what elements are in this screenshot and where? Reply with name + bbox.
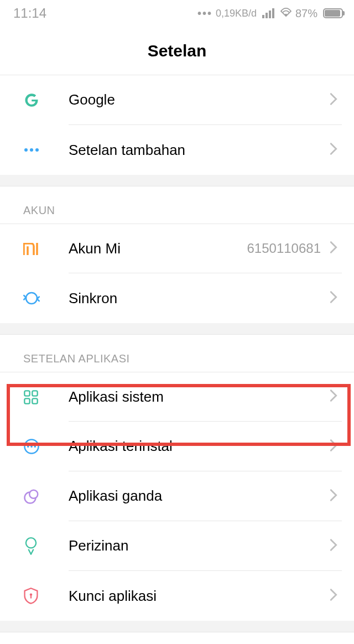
chevron-right-icon	[330, 290, 337, 306]
row-label: Aplikasi sistem	[69, 388, 330, 406]
chevron-right-icon	[330, 142, 337, 158]
svg-point-13	[29, 490, 38, 498]
more-icon: •••	[197, 7, 212, 20]
row-label: Sinkron	[69, 290, 330, 307]
row-label: Google	[69, 91, 330, 108]
svg-point-15	[30, 593, 33, 596]
svg-rect-7	[32, 398, 37, 403]
row-label: Kunci aplikasi	[69, 588, 330, 605]
akun-section: AKUN Akun Mi 6150110681	[0, 186, 354, 323]
settings-list: Google Setelan tambahan	[0, 75, 354, 644]
page-title: Setelan	[148, 41, 207, 60]
chevron-right-icon	[330, 439, 337, 454]
status-bar: 11:14 ••• 0,19KB/d 87%	[0, 0, 354, 27]
system-apps-icon	[23, 389, 48, 405]
top-section: Google Setelan tambahan	[0, 75, 354, 175]
row-permissions[interactable]: Perizinan	[0, 521, 354, 571]
chevron-right-icon	[330, 588, 337, 604]
row-google[interactable]: Google	[0, 75, 354, 125]
feedback-section: Masukan	[0, 632, 354, 644]
svg-point-1	[24, 148, 28, 152]
row-additional-settings[interactable]: Setelan tambahan	[0, 125, 354, 175]
status-time: 11:14	[13, 6, 46, 21]
row-installed-apps[interactable]: Aplikasi terinstal	[0, 422, 354, 471]
row-label: Perizinan	[69, 537, 330, 554]
row-feedback[interactable]: Masukan	[0, 632, 354, 644]
chevron-right-icon	[330, 538, 337, 554]
section-header-apps: SETELAN APLIKASI	[0, 335, 354, 372]
dual-apps-icon	[23, 488, 48, 505]
installed-apps-icon	[23, 438, 48, 455]
svg-point-14	[26, 538, 36, 548]
wifi-icon	[280, 7, 292, 20]
signal-icon	[262, 8, 274, 18]
svg-rect-4	[24, 391, 29, 396]
header: Setelan	[0, 27, 354, 75]
section-header-akun: AKUN	[0, 186, 354, 224]
svg-rect-5	[32, 391, 37, 396]
chevron-right-icon	[330, 389, 337, 404]
battery-percent: 87%	[295, 7, 317, 20]
row-sync[interactable]: Sinkron	[0, 273, 354, 323]
svg-point-0	[285, 13, 287, 15]
chevron-right-icon	[330, 92, 337, 108]
svg-point-3	[35, 148, 39, 152]
app-lock-icon	[23, 587, 48, 605]
permissions-icon	[23, 537, 48, 555]
row-label: Aplikasi terinstal	[69, 438, 330, 455]
google-icon	[23, 92, 48, 108]
mi-icon	[23, 243, 48, 255]
svg-rect-6	[24, 398, 29, 403]
svg-point-10	[30, 445, 33, 448]
row-label: Akun Mi	[69, 240, 247, 257]
status-indicators: ••• 0,19KB/d 87%	[197, 7, 343, 20]
svg-point-2	[30, 148, 33, 152]
row-app-lock[interactable]: Kunci aplikasi	[0, 571, 354, 621]
sync-icon	[23, 290, 48, 307]
chevron-right-icon	[330, 489, 337, 504]
row-label: Setelan tambahan	[69, 142, 330, 159]
network-speed: 0,19KB/d	[216, 8, 257, 19]
svg-point-11	[34, 445, 36, 448]
more-dots-icon	[23, 147, 48, 153]
row-system-apps[interactable]: Aplikasi sistem	[0, 372, 354, 422]
svg-point-9	[27, 445, 29, 448]
row-value: 6150110681	[247, 241, 321, 256]
battery-icon	[323, 8, 343, 18]
row-label: Aplikasi ganda	[69, 487, 330, 505]
chevron-right-icon	[330, 241, 337, 256]
apps-section: SETELAN APLIKASI Aplikasi sistem	[0, 334, 354, 621]
row-mi-account[interactable]: Akun Mi 6150110681	[0, 224, 354, 273]
row-dual-apps[interactable]: Aplikasi ganda	[0, 471, 354, 521]
